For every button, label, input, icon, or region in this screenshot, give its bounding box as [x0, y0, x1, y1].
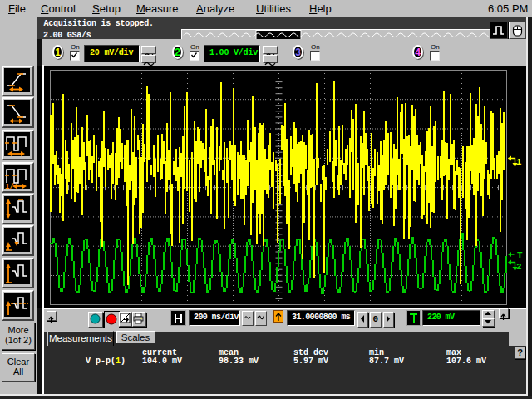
svg-text:1/: 1/ [5, 183, 14, 189]
svg-text:1: 1 [516, 157, 521, 167]
svg-text:T: T [517, 250, 523, 260]
svg-text:2: 2 [516, 262, 522, 272]
